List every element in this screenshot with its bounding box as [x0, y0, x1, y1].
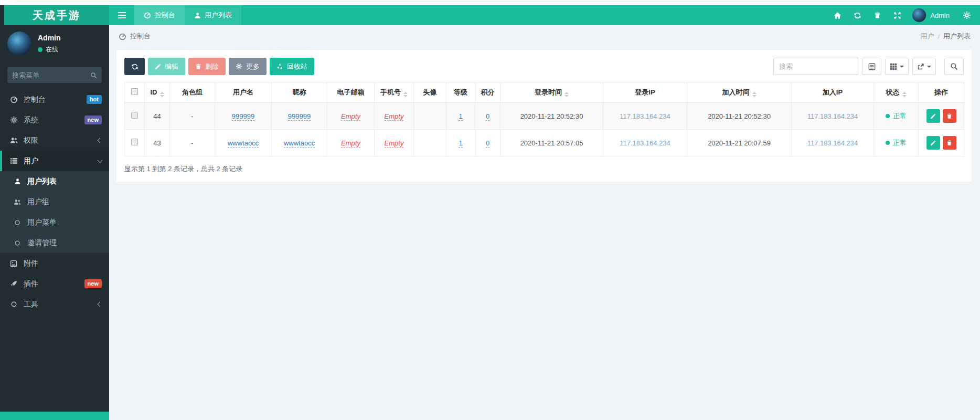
sidebar-item-user-list[interactable]: 用户列表 — [0, 171, 109, 192]
menu-search — [7, 67, 102, 83]
column-header-join-ip[interactable]: 加入IP — [792, 82, 874, 103]
row-edit-button[interactable] — [926, 109, 940, 123]
email-empty-value[interactable]: Empty — [341, 139, 360, 148]
cell-avatar — [414, 103, 446, 130]
nickname-link[interactable]: 999999 — [288, 112, 311, 121]
column-header-group[interactable]: 角色组 — [170, 82, 215, 103]
trash-icon[interactable] — [867, 5, 887, 25]
row-checkbox[interactable] — [131, 112, 138, 119]
gauge-icon — [9, 96, 18, 103]
level-link[interactable]: 1 — [459, 112, 462, 121]
export-dropdown-button[interactable] — [912, 58, 936, 75]
username-link[interactable]: wwwtaocc — [228, 139, 259, 148]
cell-group: - — [170, 130, 215, 156]
menu-search-input[interactable] — [12, 71, 90, 79]
topbar-tab-dashboard[interactable]: 控制台 — [134, 5, 185, 25]
mobile-empty-value[interactable]: Empty — [385, 139, 404, 148]
sidebar-menu: 控制台 hot 系统 new 权限 用户 — [0, 89, 109, 314]
status-badge: 正常 — [886, 111, 907, 121]
sidebar-item-label: 插件 — [24, 279, 38, 289]
column-header-status[interactable]: 状态 — [874, 82, 919, 103]
sidebar-item-invite-manage[interactable]: 邀请管理 — [0, 233, 109, 253]
delete-button[interactable]: 删除 — [188, 58, 226, 75]
search-button[interactable] — [944, 58, 964, 75]
column-header-email[interactable]: 电子邮箱 — [327, 82, 375, 103]
row-checkbox[interactable] — [131, 139, 138, 145]
trash-icon — [195, 63, 201, 70]
status-dot-icon — [886, 141, 890, 145]
sidebar-item-label: 用户 — [24, 156, 38, 166]
nickname-link[interactable]: wwwtaocc — [284, 139, 315, 148]
refresh-icon[interactable] — [847, 5, 867, 25]
join-ip-value: 117.183.164.234 — [807, 139, 858, 147]
gears-icon[interactable] — [957, 5, 977, 25]
rocket-icon — [9, 280, 18, 288]
sort-icon — [160, 92, 164, 97]
table-search-input[interactable] — [773, 58, 858, 75]
sidebar-bottom-strip — [0, 412, 109, 420]
column-header-nickname[interactable]: 昵称 — [272, 82, 327, 103]
refresh-button[interactable] — [124, 58, 145, 75]
sidebar-item-tools[interactable]: 工具 — [0, 294, 109, 314]
users-icon — [13, 198, 22, 206]
breadcrumb-separator: / — [938, 33, 940, 40]
sidebar: Admin 在线 控制台 hot 系统 new 权限 — [0, 25, 109, 412]
mobile-empty-value[interactable]: Empty — [385, 112, 404, 121]
user-icon — [194, 12, 201, 19]
username-link[interactable]: 999999 — [232, 112, 254, 121]
topbar-user-menu[interactable]: Admin — [930, 12, 950, 19]
recycle-bin-button[interactable]: 回收站 — [270, 58, 314, 75]
row-delete-button[interactable] — [943, 136, 956, 150]
sidebar-item-user-group[interactable]: 用户组 — [0, 192, 109, 212]
tab-label: 用户列表 — [205, 10, 232, 20]
pencil-icon — [930, 113, 936, 119]
column-header-username[interactable]: 用户名 — [215, 82, 272, 103]
sidebar-item-addon[interactable]: 插件 new — [0, 274, 109, 294]
column-header-avatar[interactable]: 头像 — [414, 82, 446, 103]
sidebar-item-dashboard[interactable]: 控制台 hot — [0, 89, 109, 110]
column-header-level[interactable]: 等级 — [446, 82, 475, 103]
search-icon[interactable] — [90, 72, 97, 79]
breadcrumb-parent[interactable]: 用户 — [920, 32, 934, 41]
topbar-tab-user-list[interactable]: 用户列表 — [185, 5, 241, 25]
row-edit-button[interactable] — [926, 136, 940, 150]
sidebar-item-label: 权限 — [24, 136, 38, 145]
sort-icon — [403, 92, 408, 97]
select-all-checkbox[interactable] — [131, 88, 138, 95]
sidebar-item-system[interactable]: 系统 new — [0, 110, 109, 130]
sidebar-item-auth[interactable]: 权限 — [0, 130, 109, 151]
cell-id: 43 — [145, 130, 170, 156]
column-header-score[interactable]: 积分 — [475, 82, 500, 103]
fullscreen-icon[interactable] — [887, 5, 907, 25]
column-header-login-ip[interactable]: 登录IP — [603, 82, 687, 103]
avatar[interactable] — [7, 32, 31, 56]
level-link[interactable]: 1 — [459, 139, 462, 148]
gauge-icon — [119, 33, 126, 40]
chevron-left-icon — [98, 138, 103, 143]
edit-button[interactable]: 编辑 — [148, 58, 185, 75]
more-button[interactable]: 更多 — [229, 58, 267, 75]
score-link[interactable]: 0 — [486, 139, 489, 148]
sidebar-toggle-button[interactable] — [109, 5, 134, 25]
gear-icon — [236, 63, 242, 70]
score-link[interactable]: 0 — [486, 112, 489, 121]
home-icon[interactable] — [827, 5, 847, 25]
column-header-login-time[interactable]: 登录时间 — [500, 82, 603, 103]
chevron-left-icon — [98, 302, 103, 307]
main-content: 控制台 用户 / 用户列表 编辑 — [109, 25, 980, 420]
column-header-join-time[interactable]: 加入时间 — [687, 82, 792, 103]
sidebar-item-attachment[interactable]: 附件 — [0, 253, 109, 274]
row-delete-button[interactable] — [943, 109, 956, 123]
column-header-id[interactable]: ID — [145, 82, 170, 103]
avatar[interactable] — [912, 8, 926, 22]
sort-icon — [902, 92, 907, 97]
image-file-icon — [9, 260, 18, 267]
toggle-view-button[interactable] — [862, 58, 881, 75]
topbar: 天成手游 控制台 用户列表 Admin — [4, 5, 980, 25]
email-empty-value[interactable]: Empty — [341, 112, 360, 121]
more-button-label: 更多 — [246, 62, 260, 71]
column-header-mobile[interactable]: 手机号 — [375, 82, 414, 103]
columns-dropdown-button[interactable] — [885, 58, 909, 75]
sidebar-item-user[interactable]: 用户 — [0, 151, 109, 171]
sidebar-item-user-menu[interactable]: 用户菜单 — [0, 212, 109, 233]
